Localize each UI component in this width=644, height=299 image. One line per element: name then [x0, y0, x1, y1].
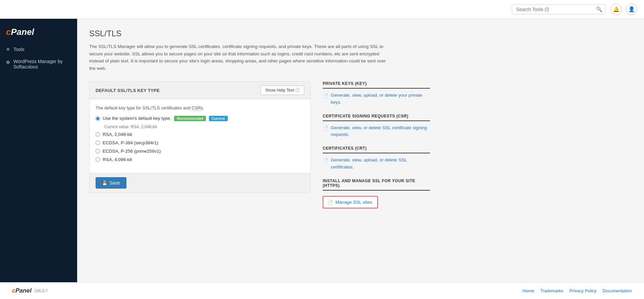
right-panel: PRIVATE KEYS (KEY) 📄 Generate, view, upl…	[323, 81, 430, 216]
option-system-default-text: Use the system's default key type.	[103, 116, 171, 121]
radio-ecdsa-p256[interactable]	[96, 149, 100, 153]
section-title-certificates: CERTIFICATES (CRT)	[323, 146, 430, 153]
link-text-private-keys: Generate, view, upload, or delete your p…	[331, 92, 430, 106]
link-text-manage-ssl: Manage SSL sites.	[335, 200, 373, 205]
footer-link-trademarks[interactable]: Trademarks	[540, 288, 564, 293]
card-header-title: DEFAULT SSL/TLS KEY TYPE	[96, 88, 160, 93]
footer-version: 106.0.7	[34, 289, 48, 293]
section-private-keys: PRIVATE KEYS (KEY) 📄 Generate, view, upl…	[323, 81, 430, 106]
radio-label-rsa-2048[interactable]: RSA, 2,048-bit	[103, 132, 132, 137]
show-help-button[interactable]: Show Help Text ⓘ	[261, 86, 304, 95]
help-icon: ⓘ	[296, 87, 300, 93]
sidebar-item-wordpress-manager[interactable]: ⊕ WordPress Manager by Softaculous	[0, 55, 77, 73]
top-bar: 🔍 🔔 👤	[0, 0, 644, 19]
page-description: The SSL/TLS Manager will allow you to ge…	[89, 43, 391, 72]
sidebar-logo: cPanel	[0, 22, 77, 43]
default-key-card: DEFAULT SSL/TLS KEY TYPE Show Help Text …	[89, 81, 311, 193]
section-title-install-ssl: INSTALL AND MANAGE SSL FOR YOUR SITE (HT…	[323, 179, 430, 191]
link-text-certificates: Generate, view, upload, or delete SSL ce…	[331, 157, 430, 170]
main-content: SSL/TLS The SSL/TLS Manager will allow y…	[77, 19, 644, 282]
link-generate-certificates[interactable]: 📄 Generate, view, upload, or delete SSL …	[323, 157, 430, 170]
radio-system-default[interactable]	[96, 116, 100, 121]
csr-abbreviation: CSRs	[192, 105, 203, 111]
file-icon-manage-ssl: 📄	[327, 200, 333, 205]
radio-option-rsa-4096: RSA, 4,096-bit	[96, 157, 304, 162]
app-footer: cPanel 106.0.7 Home Trademarks Privacy P…	[0, 282, 644, 299]
current-value-text: Current value: RSA, 2,048-bit	[104, 124, 304, 129]
sidebar-item-tools-label: Tools	[13, 47, 24, 52]
save-button[interactable]: 💾 Save	[96, 177, 126, 189]
key-type-description: The default key type for SSL/TLS certifi…	[96, 105, 304, 110]
description-part1: The default key type for SSL/TLS certifi…	[96, 105, 192, 110]
section-title-csr: CERTIFICATE SIGNING REQUESTS (CSR)	[323, 114, 430, 121]
radio-option-system-default: Use the system's default key type. Recom…	[96, 116, 304, 121]
wordpress-icon: ⊕	[6, 59, 10, 65]
radio-rsa-4096[interactable]	[96, 157, 100, 162]
radio-option-rsa-2048: RSA, 2,048-bit	[96, 132, 304, 137]
left-panel: DEFAULT SSL/TLS KEY TYPE Show Help Text …	[89, 81, 311, 193]
footer-cpanel-text: cPanel	[12, 287, 32, 294]
link-text-csr: Generate, view, or delete SSL certificat…	[331, 124, 430, 138]
radio-rsa-2048[interactable]	[96, 132, 100, 137]
sidebar: cPanel ✕ Tools ⊕ WordPress Manager by So…	[0, 19, 77, 282]
notifications-button[interactable]: 🔔	[610, 4, 622, 15]
file-icon-csr: 📄	[323, 125, 328, 132]
search-bar-container: 🔍	[512, 4, 606, 14]
manage-ssl-highlighted-box[interactable]: 📄 Manage SSL sites.	[323, 196, 378, 208]
card-footer: 💾 Save	[90, 173, 310, 193]
badge-current: Current	[209, 116, 228, 121]
link-generate-private-keys[interactable]: 📄 Generate, view, upload, or delete your…	[323, 92, 430, 106]
footer-logo: cPanel 106.0.7	[12, 287, 48, 294]
link-manage-ssl-sites[interactable]: Manage SSL sites.	[335, 200, 373, 205]
card-body: The default key type for SSL/TLS certifi…	[90, 99, 310, 173]
top-bar-actions: 🔔 👤	[610, 4, 637, 15]
radio-label-ecdsa-p384[interactable]: ECDSA, P-384 (secp384r1)	[103, 140, 158, 145]
radio-label-rsa-4096[interactable]: RSA, 4,096-bit	[103, 157, 132, 162]
section-title-private-keys: PRIVATE KEYS (KEY)	[323, 81, 430, 89]
file-icon-private-keys: 📄	[323, 92, 328, 99]
file-icon-certificates: 📄	[323, 157, 328, 164]
footer-link-home[interactable]: Home	[523, 288, 534, 293]
show-help-label: Show Help Text	[265, 88, 294, 93]
radio-label-ecdsa-p256[interactable]: ECDSA, P-256 (prime256v1)	[103, 149, 161, 154]
footer-link-privacy-policy[interactable]: Privacy Policy	[570, 288, 597, 293]
content-columns: DEFAULT SSL/TLS KEY TYPE Show Help Text …	[89, 81, 632, 216]
radio-option-ecdsa-p256: ECDSA, P-256 (prime256v1)	[96, 149, 304, 154]
sidebar-item-tools[interactable]: ✕ Tools	[0, 43, 77, 55]
radio-ecdsa-p384[interactable]	[96, 141, 100, 145]
section-install-ssl: INSTALL AND MANAGE SSL FOR YOUR SITE (HT…	[323, 179, 430, 208]
sidebar-item-wordpress-label: WordPress Manager by Softaculous	[13, 59, 71, 69]
save-icon: 💾	[102, 181, 107, 186]
search-input[interactable]	[512, 4, 606, 14]
radio-option-ecdsa-p384: ECDSA, P-384 (secp384r1)	[96, 140, 304, 145]
badge-recommended: Recommended	[174, 116, 206, 121]
radio-label-system-default[interactable]: Use the system's default key type. Recom…	[103, 116, 228, 121]
section-certificates: CERTIFICATES (CRT) 📄 Generate, view, upl…	[323, 146, 430, 170]
footer-links: Home Trademarks Privacy Policy Documenta…	[523, 288, 632, 293]
description-part2: .	[203, 105, 204, 110]
tools-icon: ✕	[6, 47, 10, 52]
search-icon: 🔍	[596, 6, 602, 12]
save-label: Save	[109, 180, 120, 186]
card-header: DEFAULT SSL/TLS KEY TYPE Show Help Text …	[90, 82, 310, 99]
footer-link-documentation[interactable]: Documentation	[603, 288, 632, 293]
section-csr: CERTIFICATE SIGNING REQUESTS (CSR) 📄 Gen…	[323, 114, 430, 138]
page-title: SSL/TLS	[89, 29, 632, 38]
cpanel-logo-text: cPanel	[6, 27, 71, 37]
user-menu-button[interactable]: 👤	[626, 4, 637, 15]
link-generate-csr[interactable]: 📄 Generate, view, or delete SSL certific…	[323, 124, 430, 138]
